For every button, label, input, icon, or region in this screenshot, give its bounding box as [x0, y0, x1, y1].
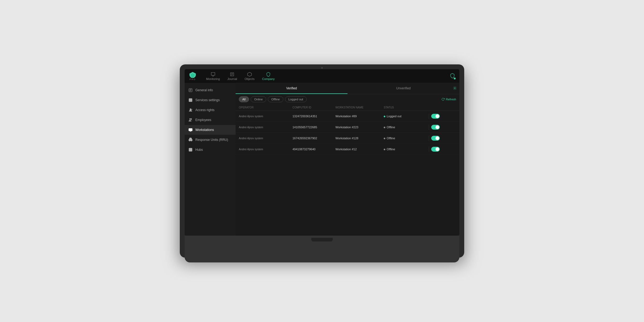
svg-rect-3	[191, 109, 192, 110]
row-actions	[427, 147, 443, 152]
filter-online-btn[interactable]: Online	[251, 96, 266, 102]
main-content: General info Services settings	[185, 83, 459, 236]
row-toggle[interactable]	[431, 125, 440, 130]
sidebar-item-hubs[interactable]: Hubs	[185, 145, 236, 155]
sidebar-item-general-info[interactable]: General info	[185, 85, 236, 95]
separator	[429, 114, 429, 119]
svg-point-8	[189, 141, 190, 141]
sidebar-item-workstations[interactable]: Workstations	[185, 125, 236, 135]
tabs-row: Verified Unverified	[236, 83, 459, 94]
svg-point-9	[191, 141, 192, 141]
filter-row: All Online Offline Logged out Refresh	[236, 94, 459, 104]
row-actions	[427, 125, 443, 130]
sidebar-item-access-rights[interactable]: Access rights	[185, 105, 236, 115]
filter-offline-btn[interactable]: Offline	[268, 96, 283, 102]
cell-operator: Andrei Ajnov system	[239, 126, 292, 129]
separator	[429, 125, 429, 130]
table-container: Operator Computer ID Workstation name St…	[236, 104, 459, 236]
cell-status: Offline	[384, 148, 427, 151]
table-row[interactable]: Andrei Ajnov system 49410873279640 Works…	[236, 144, 459, 155]
cell-computer-id: 132472003614351	[292, 115, 335, 118]
cell-workstation-name: Workstation #89	[335, 115, 384, 118]
sidebar-item-services-settings[interactable]: Services settings	[185, 95, 236, 105]
sidebar-item-employees[interactable]: Employees	[185, 115, 236, 125]
cell-status: Offline	[384, 137, 427, 140]
table-header: Operator Computer ID Workstation name St…	[236, 104, 459, 111]
svg-point-5	[191, 119, 192, 120]
separator	[429, 136, 429, 141]
row-toggle[interactable]	[431, 114, 440, 119]
row-actions	[427, 114, 443, 119]
shield-status-icon[interactable]	[450, 73, 455, 79]
nav-objects[interactable]: Objects	[241, 71, 258, 82]
filter-all-btn[interactable]: All	[239, 96, 249, 102]
svg-point-11	[454, 88, 455, 89]
logo-text: PRO	[189, 78, 196, 80]
cell-computer-id: 167426592367902	[292, 137, 335, 140]
tab-unverified[interactable]: Unverified	[347, 83, 459, 94]
tab-verified[interactable]: Verified	[236, 83, 347, 94]
separator	[429, 147, 429, 152]
refresh-btn[interactable]: Refresh	[441, 98, 456, 101]
cell-computer-id: 49410873279640	[292, 148, 335, 151]
row-toggle[interactable]	[431, 136, 440, 141]
svg-point-4	[189, 119, 191, 120]
top-nav: PRO Monitoring	[185, 69, 459, 83]
laptop-notch	[311, 238, 333, 241]
nav-monitoring[interactable]: Monitoring	[203, 71, 223, 82]
cell-operator: Andrei Ajnov system	[239, 148, 292, 151]
nav-company[interactable]: Company	[259, 71, 278, 82]
row-actions	[427, 136, 443, 141]
cell-computer-id: 141055657722685	[292, 126, 335, 129]
cell-status: Offline	[384, 126, 427, 129]
shield-status-dot	[454, 78, 456, 79]
cell-status: Logged out	[384, 115, 427, 118]
sidebar-item-response-units[interactable]: Response Units (RRU)	[185, 135, 236, 145]
settings-gear-icon[interactable]	[453, 86, 457, 91]
sidebar: General info Services settings	[185, 83, 236, 236]
table-row[interactable]: Andrei Ajnov system 167426592367902 Work…	[236, 133, 459, 144]
filter-logged-out-btn[interactable]: Logged out	[285, 96, 307, 102]
table-row[interactable]: Andrei Ajnov system 132472003614351 Work…	[236, 111, 459, 122]
row-toggle[interactable]	[431, 147, 440, 152]
app-logo[interactable]: PRO	[189, 72, 196, 80]
cell-operator: Andrei Ajnov system	[239, 115, 292, 118]
cell-operator: Andrei Ajnov system	[239, 137, 292, 140]
cell-workstation-name: Workstation #12	[335, 148, 384, 151]
svg-rect-6	[189, 129, 192, 131]
cell-workstation-name: Workstation #128	[335, 137, 384, 140]
cell-workstation-name: Workstation #223	[335, 126, 384, 129]
right-panel: Verified Unverified	[236, 83, 459, 236]
nav-items: Monitoring Journal Objects	[203, 71, 278, 82]
table-row[interactable]: Andrei Ajnov system 141055657722685 Work…	[236, 122, 459, 133]
nav-journal[interactable]: Journal	[224, 71, 240, 82]
